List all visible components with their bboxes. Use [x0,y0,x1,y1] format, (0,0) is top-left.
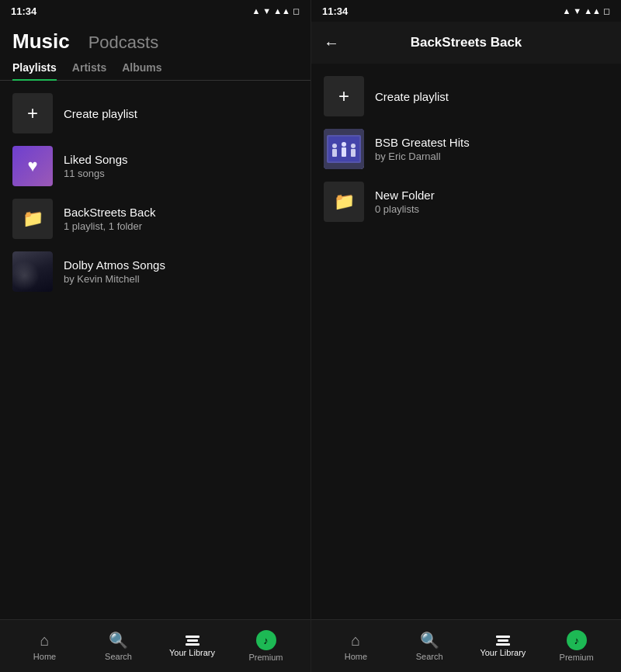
svg-rect-6 [342,147,346,157]
right-header: ← BackStreets Back [311,22,621,64]
create-playlist-item[interactable]: + Create playlist [0,87,310,140]
left-panel: 11:34 ▲ ▼ ▲▲ ◻ Music Podcasts Playlists … [0,0,310,672]
bsb-art-svg [324,129,364,169]
nav-library-label-right: Your Library [480,648,526,657]
nav-home-label-right: Home [345,652,367,661]
liked-songs-thumb: ♥ [12,146,53,186]
tab-playlists[interactable]: Playlists [12,61,57,80]
folder-icon-right: 📁 [334,192,355,212]
time-left: 11:34 [11,5,36,17]
nav-search-label-right: Search [416,652,443,661]
bsb-title: BSB Greatest Hits [375,136,470,149]
plus-icon: + [27,102,38,124]
backstreets-info: BackStreets Back 1 playlist, 1 folder [64,206,155,232]
liked-songs-item[interactable]: ♥ Liked Songs 11 songs [0,140,310,192]
dolby-subtitle: by Kevin Mitchell [64,273,165,285]
status-bar-right: 11:34 ▲ ▼ ▲▲ ◻ [311,0,621,22]
backstreets-title: BackStreets Back [64,206,155,219]
new-folder-info: New Folder 0 playlists [375,189,435,215]
create-playlist-item-right[interactable]: + Create playlist [311,70,621,123]
nav-library-left[interactable]: Your Library [155,636,229,657]
dolby-art-inner [12,251,53,292]
nav-premium-label-right: Premium [560,653,594,662]
create-playlist-title: Create playlist [64,107,137,120]
search-icon-left: 🔍 [109,631,128,649]
liked-songs-info: Liked Songs 11 songs [64,153,128,179]
spotify-icon-left [256,630,276,650]
backstreets-subtitle: 1 playlist, 1 folder [64,220,155,232]
new-folder-thumb: 📁 [324,182,364,222]
vibrate-icon-r: ▲ [562,6,571,16]
signal-icon-r: ▲▲ [584,6,601,16]
bsb-art-inner [324,129,364,169]
home-icon-left: ⌂ [40,632,49,649]
dolby-atmos-item[interactable]: Dolby Atmos Songs by Kevin Mitchell [0,245,310,298]
svg-rect-8 [351,149,356,157]
nav-premium-right[interactable]: Premium [539,630,613,662]
nav-library-right[interactable]: Your Library [467,636,540,657]
vibrate-icon: ▲ [252,6,260,16]
status-icons-left: ▲ ▼ ▲▲ ◻ [252,6,300,16]
time-right: 11:34 [322,5,348,17]
lib-bar-r1 [496,636,510,638]
tab-music[interactable]: Music [12,29,70,54]
header-left: Music Podcasts [0,22,310,54]
library-icon-right [496,636,510,646]
backstreets-back-item[interactable]: 📁 BackStreets Back 1 playlist, 1 folder [0,192,310,245]
library-list: + Create playlist ♥ Liked Songs 11 songs… [0,81,310,619]
lib-bar-r2 [498,639,508,642]
right-list: + Create playlist [311,64,621,619]
new-folder-subtitle: 0 playlists [375,203,435,215]
dolby-art [12,251,53,292]
svg-rect-4 [332,149,337,157]
nav-premium-left[interactable]: Premium [229,630,303,662]
svg-point-5 [342,142,346,147]
home-icon-right: ⌂ [351,632,360,649]
right-panel-title: BackStreets Back [352,35,581,50]
status-bar-left: 11:34 ▲ ▼ ▲▲ ◻ [0,0,310,22]
create-playlist-title-right: Create playlist [375,90,449,103]
back-button[interactable]: ← [324,34,339,52]
create-playlist-thumb: + [12,93,53,133]
new-folder-title: New Folder [375,189,435,202]
new-folder-item[interactable]: 📁 New Folder 0 playlists [311,175,621,228]
nav-search-right[interactable]: 🔍 Search [393,631,467,661]
nav-library-label-left: Your Library [169,648,215,657]
lib-bar-2 [187,639,198,642]
battery-icon: ◻ [293,6,300,16]
tab-artists[interactable]: Artists [72,61,106,80]
lib-bar-1 [186,636,199,638]
tab-albums[interactable]: Albums [122,61,161,80]
signal-icon: ▲▲ [273,6,290,16]
nav-home-left[interactable]: ⌂ Home [8,632,82,661]
tab-podcasts[interactable]: Podcasts [88,33,159,53]
nav-home-label-left: Home [33,652,56,661]
right-panel: 11:34 ▲ ▼ ▲▲ ◻ ← BackStreets Back + Crea… [310,0,621,672]
liked-songs-subtitle: 11 songs [64,168,128,179]
create-playlist-thumb-right: + [324,76,364,116]
svg-point-7 [351,144,356,148]
bsb-info: BSB Greatest Hits by Eric Darnall [375,136,470,162]
dolby-title: Dolby Atmos Songs [64,258,165,272]
backstreets-thumb: 📁 [12,199,53,239]
nav-premium-label-left: Premium [248,653,283,662]
bsb-thumb [324,129,364,169]
svg-point-3 [332,144,337,148]
nav-search-label-left: Search [105,652,132,661]
bsb-greatest-hits-item[interactable]: BSB Greatest Hits by Eric Darnall [311,123,621,175]
lib-bar-3 [186,643,199,646]
plus-icon-right: + [338,85,349,107]
folder-icon-left: 📁 [23,209,43,229]
bsb-art [324,129,364,169]
dolby-info: Dolby Atmos Songs by Kevin Mitchell [64,258,165,285]
search-icon-right: 🔍 [420,631,439,649]
bottom-nav-left: ⌂ Home 🔍 Search Your Library Premium [0,619,310,672]
nav-search-left[interactable]: 🔍 Search [82,631,155,661]
battery-icon-r: ◻ [603,6,610,16]
wifi-icon: ▼ [262,6,271,16]
create-playlist-info: Create playlist [64,107,137,120]
main-tabs: Music Podcasts [12,29,298,54]
bottom-nav-right: ⌂ Home 🔍 Search Your Library Premium [311,619,621,672]
nav-home-right[interactable]: ⌂ Home [319,632,393,661]
filter-tabs: Playlists Artists Albums [0,54,310,81]
